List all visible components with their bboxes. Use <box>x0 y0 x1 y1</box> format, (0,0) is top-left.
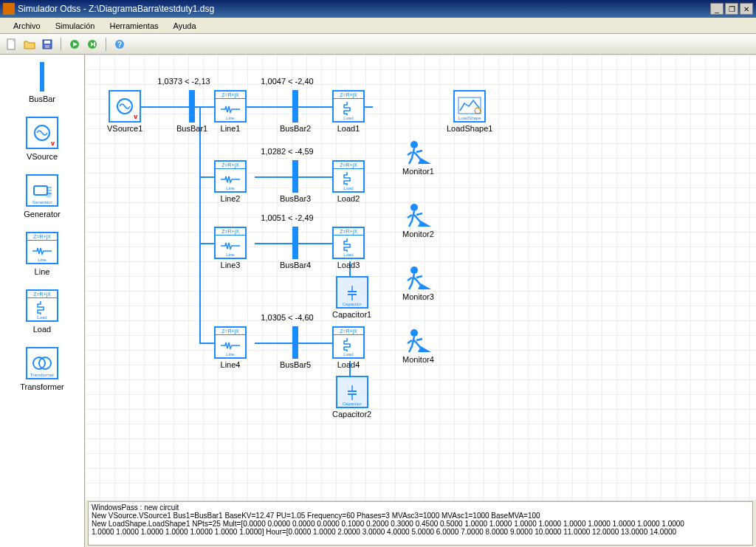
monitor-icon <box>403 199 433 228</box>
load-label: Load <box>33 325 51 334</box>
monitor-icon <box>403 136 433 165</box>
new-file-icon[interactable] <box>4 37 19 52</box>
svg-rect-13 <box>34 186 47 195</box>
minimize-button[interactable]: _ <box>710 3 724 15</box>
transformer-icon: Transformer <box>26 347 58 379</box>
log-line: WindowsPass : new circuit <box>92 503 749 512</box>
node-line2[interactable]: Z=R+jXLine Line2 <box>214 160 247 203</box>
log-line: 1.0000 1.0000 1.0000 1.0000 1.0000 1.000… <box>92 528 749 536</box>
menu-simulacion[interactable]: Simulación <box>48 20 103 32</box>
node-vsource1[interactable]: v VSource1 <box>107 90 142 133</box>
svg-text:?: ? <box>117 41 122 49</box>
node-load2[interactable]: Z=R+jXLoad Load2 <box>332 160 365 203</box>
busbar-icon <box>40 62 44 92</box>
open-file-icon[interactable] <box>22 37 37 52</box>
menu-archivo[interactable]: Archivo <box>6 20 48 32</box>
line-icon: Z=R+jXLine <box>26 232 58 264</box>
svg-point-35 <box>410 266 418 274</box>
close-button[interactable]: ✕ <box>740 3 753 15</box>
component-palette: BusBar v VSource Generator Generator Z=R… <box>0 55 85 547</box>
palette-transformer[interactable]: Transformer Transformer <box>20 347 64 391</box>
window-title: Simulador Odss - Z:\DiagramaBarra\testdu… <box>18 4 214 14</box>
generator-label: Generator <box>24 210 61 219</box>
vsource-label: VSource <box>27 152 58 161</box>
help-icon[interactable]: ? <box>112 37 127 52</box>
diagram-canvas[interactable]: v VSource1 1,0373 < -2,13 BusBar1 Z=R+jX… <box>85 55 756 500</box>
node-monitor3[interactable]: Monitor3 <box>402 261 434 301</box>
node-line3[interactable]: Z=R+jXLine Line3 <box>214 227 247 269</box>
node-line1[interactable]: Z=R+jXLine Line1 <box>214 90 247 133</box>
palette-generator[interactable]: Generator Generator <box>24 174 61 219</box>
node-loadshape1[interactable]: LoadShape LoadShape1 <box>447 90 492 133</box>
node-capacitor2[interactable]: Capacitor Capacitor2 <box>332 376 371 419</box>
title-bar: Simulador Odss - Z:\DiagramaBarra\testdu… <box>0 0 756 18</box>
node-load4[interactable]: Z=R+jXLoad Load4 <box>332 326 365 369</box>
generator-icon: Generator <box>26 174 58 207</box>
svg-rect-9 <box>94 42 95 47</box>
node-line4[interactable]: Z=R+jXLine Line4 <box>214 326 247 369</box>
vsource-icon: v <box>26 117 58 149</box>
node-capacitor1[interactable]: Capacitor Capacitor1 <box>332 276 371 319</box>
run-icon[interactable] <box>67 37 82 52</box>
maximize-button[interactable]: ❐ <box>725 3 738 15</box>
toolbar: ? <box>0 34 756 55</box>
load-icon: Z=R+jXLoad <box>26 289 58 322</box>
run-next-icon[interactable] <box>85 37 100 52</box>
transformer-label: Transformer <box>20 382 64 391</box>
node-busbar3[interactable]: 1,0282 < -4,59 BusBar3 <box>280 160 311 203</box>
node-busbar4[interactable]: 1,0051 < -2,49 BusBar4 <box>280 227 311 269</box>
node-busbar5[interactable]: 1,0305 < -4,60 BusBar5 <box>280 326 311 369</box>
toolbar-separator <box>61 38 61 51</box>
palette-line[interactable]: Z=R+jXLine Line <box>26 232 58 276</box>
menu-bar: Archivo Simulación Herramientas Ayuda <box>0 18 756 34</box>
menu-ayuda[interactable]: Ayuda <box>166 20 204 32</box>
monitor-icon <box>403 261 433 291</box>
app-icon <box>3 3 15 15</box>
node-monitor2[interactable]: Monitor2 <box>402 199 434 238</box>
palette-busbar[interactable]: BusBar <box>29 62 55 103</box>
node-monitor4[interactable]: Monitor4 <box>402 324 434 364</box>
svg-rect-3 <box>44 41 50 44</box>
monitor-icon <box>403 324 433 354</box>
node-busbar1[interactable]: 1,0373 < -2,13 BusBar1 <box>176 90 207 133</box>
node-busbar2[interactable]: 1,0047 < -2,40 BusBar2 <box>280 90 311 133</box>
svg-rect-4 <box>45 45 49 48</box>
svg-point-33 <box>410 204 418 211</box>
palette-vsource[interactable]: v VSource <box>26 117 58 161</box>
line-label: Line <box>35 267 50 276</box>
svg-point-37 <box>410 329 418 337</box>
log-line: New LoadShape.LoadShape1 NPts=25 Mult=[0… <box>92 520 749 528</box>
output-log[interactable]: WindowsPass : new circuit New VSource.VS… <box>88 501 753 546</box>
toolbar-separator <box>106 38 106 51</box>
svg-point-17 <box>46 192 52 198</box>
busbar-label: BusBar <box>29 94 55 103</box>
palette-load[interactable]: Z=R+jXLoad Load <box>26 289 58 334</box>
node-load1[interactable]: Z=R+jXLoad Load1 <box>332 90 365 133</box>
log-line: New VSource.VSource1 Bus1=BusBar1 BaseKV… <box>92 512 749 520</box>
menu-herramientas[interactable]: Herramientas <box>103 20 166 32</box>
node-load3[interactable]: Z=R+jXLoad Load3 <box>332 227 365 269</box>
svg-point-30 <box>475 108 481 114</box>
save-file-icon[interactable] <box>40 37 55 52</box>
svg-point-31 <box>410 141 418 148</box>
node-monitor1[interactable]: Monitor1 <box>402 136 434 176</box>
